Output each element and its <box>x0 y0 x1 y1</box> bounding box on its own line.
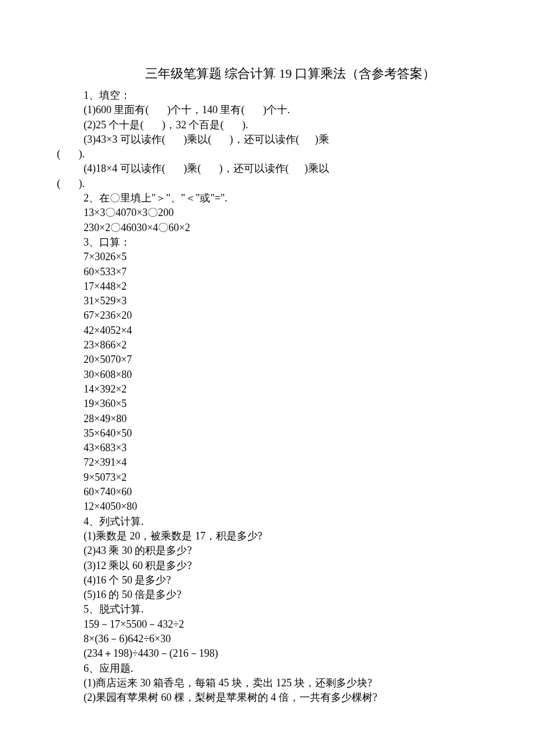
q1-item-3b: ( ). <box>57 147 477 161</box>
q1-heading: 1、填空： <box>57 88 477 103</box>
q2-line-2: 230×2〇46030×4〇60×2 <box>57 221 477 235</box>
q6-heading: 6、应用题. <box>57 661 477 676</box>
q1-item-1: (1)600 里面有( )个十，140 里有( )个十. <box>57 103 477 117</box>
q4-line-3: (3)12 乘以 60 积是多少? <box>57 559 477 573</box>
q5-line-2: 8×(36－6)642÷6×30 <box>57 632 477 646</box>
q4-line-4: (4)16 个 50 是多少? <box>57 573 477 588</box>
q3-line-6: 42×4052×4 <box>57 323 477 338</box>
q3-line-10: 14×392×2 <box>57 382 477 397</box>
q3-line-18: 12×4050×80 <box>57 499 477 514</box>
q1-item-4b: ( ). <box>57 177 477 191</box>
q3-line-1: 7×3026×5 <box>57 250 477 264</box>
q4-line-1: (1)乘数是 20，被乘数是 17，积是多少? <box>57 529 477 543</box>
q5-line-3: (234＋198)÷4430－(216－198) <box>57 646 477 661</box>
q4-heading: 4、列式计算. <box>57 514 477 529</box>
q6-line-2: (2)果园有苹果树 60 棵，梨树是苹果树的 4 倍，一共有多少棵树? <box>57 690 477 705</box>
q3-line-8: 20×5070×7 <box>57 352 477 367</box>
q1-item-2: (2)25 个十是( )，32 个百是( ). <box>57 118 477 132</box>
q3-line-9: 30×608×80 <box>57 368 477 382</box>
q3-line-17: 60×740×60 <box>57 485 477 499</box>
q4-line-2: (2)43 乘 30 的积是多少? <box>57 543 477 558</box>
q1-item-4a: (4)18×4 可以读作( )乘( )，还可以读作( )乘以 <box>57 161 477 176</box>
q4-line-5: (5)16 的 50 倍是多少? <box>57 588 477 602</box>
q5-heading: 5、脱式计算. <box>57 602 477 617</box>
q3-line-3: 17×448×2 <box>57 279 477 294</box>
q3-line-4: 31×529×3 <box>57 294 477 308</box>
q3-line-5: 67×236×20 <box>57 308 477 323</box>
q2-heading: 2、在〇里填上"＞"、"＜"或"=". <box>57 191 477 206</box>
document-title: 三年级笔算题 综合计算 19 口算乘法（含参考答案） <box>103 65 477 82</box>
q3-line-12: 28×49×80 <box>57 412 477 426</box>
q3-line-13: 35×640×50 <box>57 426 477 441</box>
q3-line-2: 60×533×7 <box>57 265 477 279</box>
q3-line-11: 19×360×5 <box>57 397 477 411</box>
q6-line-1: (1)商店运来 30 箱香皂，每箱 45 块，卖出 125 块，还剩多少块? <box>57 676 477 690</box>
q2-line-1: 13×3〇4070×3〇200 <box>57 206 477 220</box>
document-page: 三年级笔算题 综合计算 19 口算乘法（含参考答案） 1、填空： (1)600 … <box>0 0 534 705</box>
q3-line-7: 23×866×2 <box>57 338 477 352</box>
q3-line-15: 72×391×4 <box>57 455 477 470</box>
document-body: 1、填空： (1)600 里面有( )个十，140 里有( )个十. (2)25… <box>57 88 477 705</box>
q3-heading: 3、口算： <box>57 235 477 250</box>
q1-item-3a: (3)43×3 可以读作( )乘以( )，还可以读作( )乘 <box>57 132 477 147</box>
q3-line-14: 43×683×3 <box>57 441 477 455</box>
q3-line-16: 9×5073×2 <box>57 470 477 485</box>
q5-line-1: 159－17×5500－432÷2 <box>57 617 477 632</box>
